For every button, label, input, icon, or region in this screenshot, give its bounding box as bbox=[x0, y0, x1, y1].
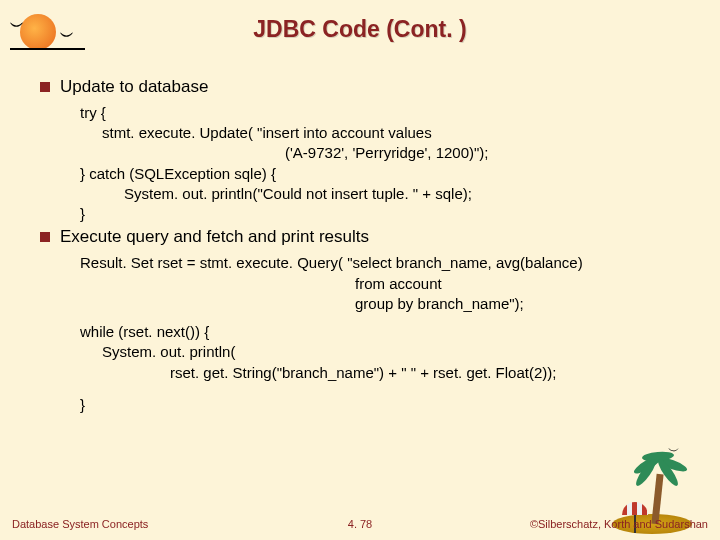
bullet-icon bbox=[40, 82, 50, 92]
bullet-execute: Execute query and fetch and print result… bbox=[40, 226, 700, 249]
code-line: } bbox=[80, 395, 700, 415]
bullet-text: Update to database bbox=[60, 76, 208, 99]
code-line: from account bbox=[355, 274, 700, 294]
bullet-text: Execute query and fetch and print result… bbox=[60, 226, 369, 249]
code-line: System. out. println( bbox=[102, 342, 700, 362]
sun-decoration: ︶ ︶ bbox=[10, 8, 65, 63]
code-line: System. out. println("Could not insert t… bbox=[124, 184, 700, 204]
code-line: } catch (SQLException sqle) { bbox=[80, 164, 700, 184]
code-line: stmt. execute. Update( "insert into acco… bbox=[102, 123, 700, 143]
sun-circle bbox=[20, 14, 56, 50]
slide-content: Update to database try { stmt. execute. … bbox=[40, 76, 700, 415]
bullet-update: Update to database bbox=[40, 76, 700, 99]
code-line: while (rset. next()) { bbox=[80, 322, 700, 342]
bullet-icon bbox=[40, 232, 50, 242]
code-line: ('A-9732', 'Perryridge', 1200)"); bbox=[285, 143, 700, 163]
code-line: } bbox=[80, 204, 700, 224]
code-line: try { bbox=[80, 103, 700, 123]
bird-icon: ︶ bbox=[10, 18, 24, 36]
umbrella-top bbox=[622, 502, 648, 515]
footer-right: ©Silberschatz, Korth and Sudarshan bbox=[530, 518, 708, 530]
code-line: rset. get. String("branch_name") + " " +… bbox=[170, 363, 700, 383]
code-line: Result. Set rset = stmt. execute. Query(… bbox=[80, 253, 700, 273]
slide-title: JDBC Code (Cont. ) bbox=[0, 0, 720, 43]
footer-center: 4. 78 bbox=[348, 518, 372, 530]
footer-left: Database System Concepts bbox=[12, 518, 148, 530]
code-line: group by branch_name"); bbox=[355, 294, 700, 314]
horizon-line bbox=[10, 48, 85, 50]
bird-icon: ︶ bbox=[60, 28, 74, 46]
